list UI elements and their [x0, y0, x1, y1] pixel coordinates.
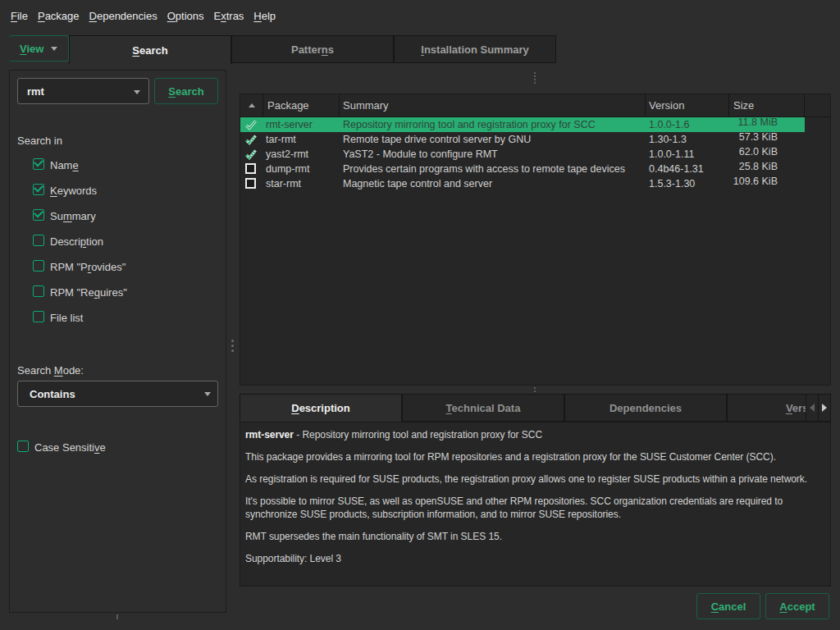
- unchecked-box-icon[interactable]: [245, 178, 256, 189]
- cell-version: 1.0.0-1.6: [649, 117, 689, 132]
- tab-installation-summary[interactable]: Installation Summary: [394, 35, 556, 63]
- cancel-button-label: Cancel: [711, 600, 746, 613]
- table-row-dump-rmt[interactable]: dump-rmt Provides certain programs with …: [240, 162, 805, 176]
- cell-size: 57.3 KiB: [739, 130, 778, 144]
- scroll-left-icon: [810, 404, 815, 412]
- horizontal-splitter-handle[interactable]: [116, 614, 118, 619]
- filter-rpm-requires-label: RPM "Requires": [50, 286, 127, 299]
- tab-patterns[interactable]: Patterns: [231, 35, 394, 63]
- cell-package: star-rmt: [266, 176, 301, 191]
- search-button-label: Search: [168, 85, 203, 98]
- tab-technical-data[interactable]: Technical Data: [402, 394, 564, 422]
- unchecked-box-icon[interactable]: [245, 163, 256, 174]
- menu-file[interactable]: File: [11, 10, 28, 22]
- view-button[interactable]: View: [9, 35, 69, 62]
- table-row-rmt-server[interactable]: rmt-server Repository mirroring tool and…: [240, 117, 805, 132]
- tab-description-label: Description: [291, 402, 350, 414]
- tab-versions-label: Versions: [786, 402, 806, 414]
- search-mode-label: Search Mode:: [17, 364, 84, 377]
- menu-dependencies[interactable]: Dependencies: [89, 10, 158, 22]
- checkbox-name[interactable]: [33, 158, 44, 170]
- package-table: Package Summary Version Size rmt-server …: [240, 94, 831, 386]
- checkbox-description[interactable]: [33, 235, 44, 246]
- menu-options[interactable]: Options: [167, 10, 204, 22]
- tab-search-label: Search: [132, 44, 167, 57]
- combo-arrow-icon: [204, 392, 211, 396]
- accept-button-label: Accept: [779, 600, 815, 613]
- checkbox-summary[interactable]: [33, 209, 44, 221]
- tab-scroll-right-button[interactable]: [818, 394, 831, 422]
- table-header: Package Summary Version Size: [240, 94, 830, 117]
- autoinstall-check-icon[interactable]: [244, 148, 258, 161]
- table-row-star-rmt[interactable]: star-rmt Magnetic tape control and serve…: [240, 176, 805, 191]
- case-sensitive-label: Case Sensitive: [34, 441, 106, 454]
- cancel-button[interactable]: Cancel: [696, 593, 760, 619]
- cell-summary: YaST2 - Module to configure RMT: [343, 147, 498, 162]
- cell-package: yast2-rmt: [266, 147, 308, 162]
- description-panel: rmt-server - Repository mirroring tool a…: [240, 422, 831, 587]
- description-paragraph: It's possible to mirror SUSE, as well as…: [245, 495, 825, 521]
- checkbox-case-sensitive[interactable]: [17, 441, 29, 452]
- table-row-yast2-rmt[interactable]: yast2-rmt YaST2 - Module to configure RM…: [240, 147, 805, 162]
- cell-summary: Magnetic tape control and server: [343, 176, 492, 191]
- filter-summary-label: Summary: [50, 210, 96, 222]
- menu-package[interactable]: Package: [38, 10, 80, 22]
- search-button[interactable]: Search: [154, 78, 218, 104]
- search-mode-value: Contains: [30, 388, 75, 400]
- menu-extras[interactable]: Extras: [214, 10, 244, 22]
- cell-version: 0.4b46-1.31: [649, 162, 704, 176]
- checkbox-keywords[interactable]: [33, 184, 44, 195]
- vertical-splitter-handle[interactable]: [231, 338, 234, 353]
- search-input-value: rmt: [27, 85, 44, 98]
- filter-name-label: Name: [50, 159, 79, 171]
- description-summary: - Repository mirroring tool and registra…: [294, 429, 542, 441]
- column-header-size[interactable]: Size: [733, 94, 754, 116]
- sort-ascending-icon[interactable]: [249, 103, 255, 107]
- checkbox-rpm-provides[interactable]: [33, 260, 44, 272]
- menu-help[interactable]: Help: [253, 10, 276, 22]
- search-input[interactable]: rmt: [17, 78, 149, 104]
- cell-version: 1.30-1.3: [649, 132, 687, 147]
- description-paragraph: Supportability: Level 3: [245, 552, 825, 565]
- tab-patterns-label: Patterns: [291, 43, 334, 56]
- cell-summary: Repository mirroring tool and registrati…: [343, 117, 596, 132]
- tab-versions-clip: Versions: [727, 394, 806, 422]
- accept-button[interactable]: Accept: [765, 593, 829, 619]
- description-paragraph: RMT supersedes the main functionality of…: [245, 530, 825, 543]
- checkbox-rpm-requires[interactable]: [33, 285, 44, 297]
- search-side-panel: [9, 70, 226, 613]
- cell-size: 62.0 KiB: [739, 144, 778, 159]
- description-package-name: rmt-server: [245, 429, 294, 441]
- tab-installation-summary-label: Installation Summary: [421, 43, 529, 56]
- cell-package: rmt-server: [266, 117, 313, 132]
- checkbox-file-list[interactable]: [33, 311, 44, 322]
- tab-search[interactable]: Search: [69, 35, 231, 64]
- description-title-line: rmt-server - Repository mirroring tool a…: [245, 428, 825, 441]
- cell-summary: Provides certain programs with access to…: [343, 162, 625, 176]
- combo-arrow-icon: [134, 90, 140, 94]
- tab-scroll-left-button[interactable]: [806, 394, 819, 422]
- cell-size: 11.8 MiB: [738, 115, 778, 130]
- search-in-label: Search in: [17, 135, 62, 147]
- menu-bar: File Package Dependencies Options Extras…: [11, 10, 276, 22]
- install-check-icon[interactable]: [244, 118, 258, 131]
- cell-package: tar-rmt: [266, 132, 296, 147]
- search-mode-select[interactable]: Contains: [17, 381, 218, 407]
- tab-description[interactable]: Description: [240, 394, 402, 422]
- tab-dependencies[interactable]: Dependencies: [564, 394, 727, 422]
- filter-file-list-label: File list: [50, 312, 83, 324]
- column-header-version[interactable]: Version: [649, 94, 684, 116]
- cell-size: 109.6 KiB: [733, 174, 778, 189]
- column-header-summary[interactable]: Summary: [343, 94, 389, 116]
- splitter-handle-top[interactable]: [534, 71, 536, 84]
- cell-version: 1.5.3-1.30: [649, 176, 695, 191]
- column-header-package[interactable]: Package: [267, 94, 309, 116]
- tab-dependencies-label: Dependencies: [609, 402, 682, 414]
- autoinstall-check-icon[interactable]: [244, 133, 258, 146]
- description-paragraph: As registration is required for SUSE pro…: [245, 472, 825, 486]
- table-row-tar-rmt[interactable]: tar-rmt Remote tape drive control server…: [240, 132, 805, 147]
- cell-summary: Remote tape drive control server by GNU: [343, 132, 531, 147]
- filter-rpm-provides-label: RPM "Provides": [50, 261, 126, 273]
- cell-version: 1.0.0-1.11: [649, 147, 694, 162]
- tab-versions[interactable]: Versions: [727, 394, 806, 422]
